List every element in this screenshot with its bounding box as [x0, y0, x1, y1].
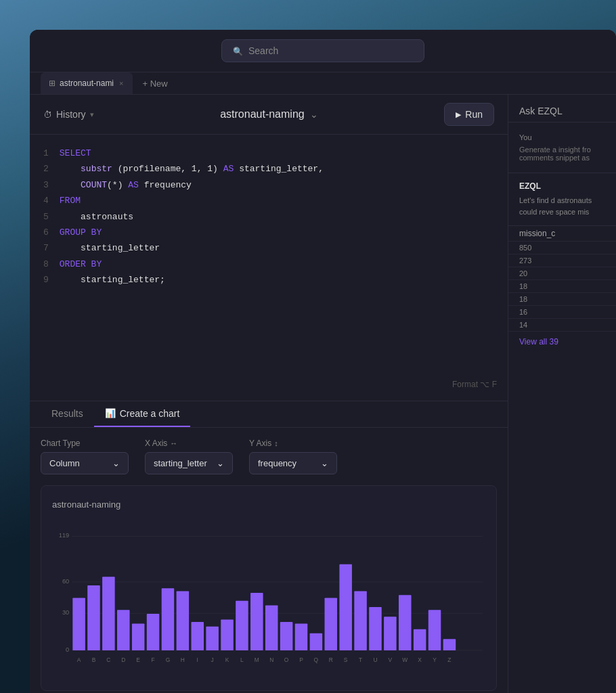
chart-type-select[interactable]: Column ⌄ — [41, 452, 129, 474]
x-axis-select[interactable]: starting_letter ⌄ — [145, 452, 233, 474]
view-all-button[interactable]: View all 39 — [508, 332, 616, 352]
svg-text:Z: Z — [447, 656, 451, 663]
y-axis-select[interactable]: frequency ⌄ — [249, 452, 337, 474]
svg-text:T: T — [359, 656, 362, 663]
x-axis-label: X Axis ↔ — [145, 439, 233, 448]
svg-text:C: C — [106, 656, 110, 663]
svg-text:J: J — [211, 656, 214, 663]
svg-text:60: 60 — [62, 577, 69, 584]
svg-rect-8 — [72, 598, 85, 650]
svg-rect-31 — [414, 629, 426, 650]
svg-text:30: 30 — [62, 608, 69, 615]
x-axis-chevron-icon: ⌄ — [217, 458, 224, 468]
line-numbers: 1 2 3 4 5 6 7 8 9 — [43, 146, 49, 288]
svg-rect-27 — [354, 591, 367, 650]
editor-toolbar: ⏱ History ▾ astronaut-naming ⌄ ▶ Run — [30, 95, 508, 135]
svg-rect-16 — [191, 621, 204, 650]
svg-rect-15 — [177, 591, 190, 650]
svg-text:X: X — [418, 656, 422, 663]
query-selector[interactable]: astronaut-naming ⌄ — [220, 108, 318, 120]
svg-text:V: V — [389, 656, 393, 663]
svg-rect-26 — [339, 564, 352, 650]
svg-rect-33 — [443, 639, 456, 650]
tab-astronaut-naming[interactable]: ⊞ astronaut-nami × — [41, 72, 133, 94]
chart-container: astronaut-naming 119 60 30 0 — [41, 485, 497, 692]
run-button[interactable]: ▶ Run — [444, 103, 494, 126]
data-value-7: 14 — [508, 319, 616, 332]
svg-text:E: E — [136, 656, 140, 663]
ask-ezql-label: Ask EZQL — [519, 106, 563, 116]
svg-text:B: B — [92, 656, 96, 663]
svg-rect-29 — [384, 617, 397, 650]
chart-controls: Chart Type Column ⌄ X Axis ↔ s — [41, 439, 497, 474]
column-name: mission_c — [508, 226, 616, 242]
svg-text:D: D — [121, 656, 125, 663]
app-window: Search ⊞ astronaut-nami × + New ⏱ Histor… — [30, 30, 616, 693]
main-content: ⏱ History ▾ astronaut-naming ⌄ ▶ Run 1 — [30, 95, 616, 693]
new-tab-button[interactable]: + New — [135, 74, 174, 93]
ezql-section: EZQL Let's find d astronauts could reve … — [508, 173, 616, 226]
svg-text:N: N — [269, 656, 273, 663]
tab-icon: ⊞ — [49, 79, 56, 88]
svg-text:W: W — [402, 656, 408, 663]
svg-rect-22 — [280, 621, 293, 650]
ask-ezql-header: Ask EZQL — [508, 95, 616, 122]
you-text: Generate a insight fro comments snippet … — [519, 146, 605, 162]
svg-rect-30 — [399, 595, 412, 650]
chart-title: astronaut-naming — [52, 499, 485, 510]
code-content[interactable]: SELECT substr (profilename, 1, 1) AS sta… — [60, 146, 494, 288]
chart-type-value: Column — [49, 458, 80, 468]
tab-bar: ⊞ astronaut-nami × + New — [30, 72, 616, 95]
svg-rect-11 — [117, 610, 130, 650]
svg-text:119: 119 — [59, 532, 69, 539]
you-section: You Generate a insight fro comments snip… — [508, 122, 616, 173]
search-box[interactable]: Search — [221, 39, 424, 62]
query-name: astronaut-naming — [220, 108, 305, 120]
ezql-label: EZQL — [519, 181, 605, 191]
svg-text:Y: Y — [433, 656, 437, 663]
x-axis-group: X Axis ↔ starting_letter ⌄ — [145, 439, 233, 474]
svg-rect-14 — [162, 588, 175, 650]
svg-text:O: O — [284, 656, 289, 663]
svg-text:U: U — [373, 656, 377, 663]
history-button[interactable]: ⏱ History ▾ — [43, 109, 94, 120]
tab-create-chart[interactable]: 📊 Create a chart — [94, 401, 191, 427]
chart-type-group: Chart Type Column ⌄ — [41, 439, 129, 474]
y-axis-value: frequency — [258, 458, 296, 468]
data-value-2: 273 — [508, 254, 616, 267]
ezql-text: Let's find d astronauts could reve space… — [519, 195, 605, 217]
svg-rect-12 — [132, 623, 145, 650]
top-bar: Search — [30, 30, 616, 72]
data-value-5: 18 — [508, 293, 616, 306]
svg-text:F: F — [151, 656, 154, 663]
tab-label: astronaut-nami — [60, 79, 114, 88]
history-chevron-icon: ▾ — [90, 110, 94, 119]
svg-text:K: K — [225, 656, 229, 663]
search-label: Search — [248, 45, 278, 56]
chart-type-chevron-icon: ⌄ — [112, 458, 120, 468]
svg-rect-10 — [102, 577, 115, 650]
data-value-6: 16 — [508, 306, 616, 319]
svg-text:M: M — [255, 656, 259, 663]
svg-rect-25 — [325, 598, 338, 650]
bar-chart: 119 60 30 0 — [52, 520, 485, 680]
run-play-icon: ▶ — [456, 110, 461, 119]
svg-text:P: P — [299, 656, 303, 663]
svg-rect-28 — [369, 606, 382, 650]
tab-close-button[interactable]: × — [118, 78, 125, 89]
run-label: Run — [465, 109, 483, 120]
y-axis-group: Y Axis ↕ frequency ⌄ — [249, 439, 337, 474]
format-hint: Format ⌥ F — [452, 378, 497, 393]
chart-wrapper: 119 60 30 0 — [52, 520, 485, 683]
svg-rect-32 — [428, 610, 441, 650]
svg-rect-19 — [236, 600, 248, 650]
data-value-4: 18 — [508, 280, 616, 293]
svg-rect-9 — [87, 585, 100, 650]
editor-area: ⏱ History ▾ astronaut-naming ⌄ ▶ Run 1 — [30, 95, 508, 693]
y-axis-label: Y Axis ↕ — [249, 439, 337, 448]
svg-text:G: G — [166, 656, 171, 663]
tab-results[interactable]: Results — [41, 401, 94, 427]
create-chart-label: Create a chart — [120, 408, 180, 419]
code-editor[interactable]: 1 2 3 4 5 6 7 8 9 SELECT substr (profile… — [30, 135, 508, 401]
results-tabs: Results 📊 Create a chart — [30, 401, 508, 428]
